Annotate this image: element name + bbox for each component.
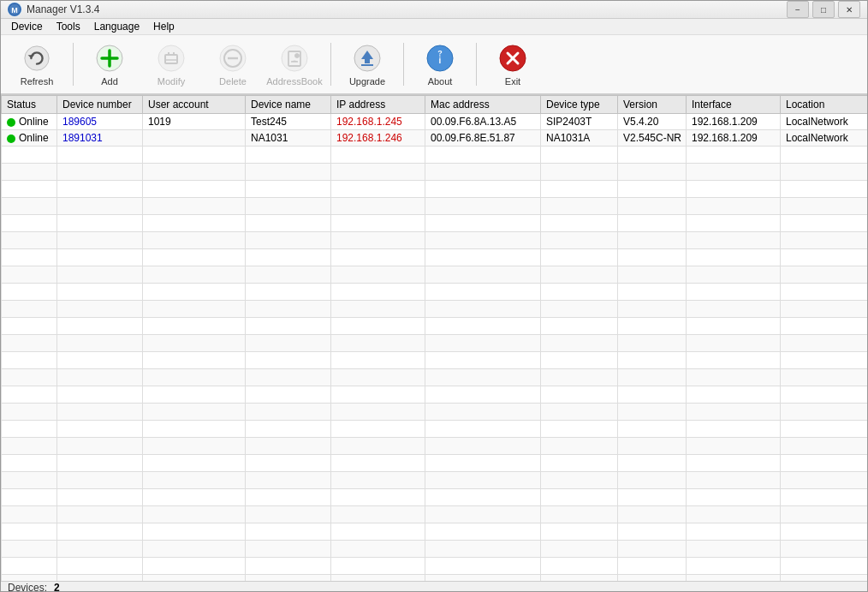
cell-empty: [687, 506, 781, 523]
cell-empty: [425, 421, 541, 438]
cell-empty: [246, 472, 331, 489]
table-row-empty: [2, 558, 868, 575]
table-row[interactable]: Online1896051019Test245192.168.1.24500.0…: [2, 114, 868, 130]
cell-device-number[interactable]: 1891031: [57, 130, 143, 147]
cell-empty: [246, 147, 331, 164]
cell-empty: [143, 352, 246, 369]
cell-device-number[interactable]: 189605: [57, 114, 143, 130]
cell-empty: [246, 266, 331, 284]
cell-empty: [541, 558, 618, 575]
table-row-empty: [2, 352, 868, 369]
table-row-empty: [2, 506, 868, 523]
cell-empty: [143, 215, 246, 232]
cell-empty: [541, 352, 618, 369]
maximize-button[interactable]: □: [812, 1, 835, 18]
cell-empty: [687, 369, 781, 386]
delete-label: Delete: [219, 76, 247, 87]
delete-button[interactable]: Delete: [204, 38, 262, 91]
cell-device-type: NA1031A: [541, 130, 618, 147]
cell-device-name: Test245: [246, 114, 331, 130]
cell-empty: [781, 506, 868, 523]
table-row-empty: [2, 266, 868, 284]
cell-empty: [143, 284, 246, 301]
cell-empty: [541, 455, 618, 472]
cell-empty: [331, 335, 425, 352]
table-row[interactable]: Online1891031NA1031192.168.1.24600.09.F6…: [2, 130, 868, 147]
addressbook-label: AddressBook: [266, 76, 322, 87]
cell-empty: [57, 335, 143, 352]
cell-empty: [331, 215, 425, 232]
cell-empty: [781, 284, 868, 301]
cell-empty: [2, 541, 57, 558]
cell-empty: [781, 164, 868, 181]
cell-empty: [57, 249, 143, 266]
ip-link[interactable]: 192.168.1.246: [336, 132, 402, 144]
cell-empty: [425, 541, 541, 558]
cell-empty: [2, 198, 57, 215]
cell-empty: [687, 438, 781, 455]
sep1: [73, 43, 74, 86]
menu-tools[interactable]: Tools: [50, 19, 87, 34]
cell-empty: [618, 506, 687, 523]
cell-empty: [425, 318, 541, 335]
cell-empty: [246, 438, 331, 455]
table-row-empty: [2, 147, 868, 164]
cell-empty: [2, 147, 57, 164]
cell-empty: [246, 335, 331, 352]
cell-empty: [2, 489, 57, 506]
titlebar: M Manager V1.3.4 − □ ✕: [1, 1, 867, 19]
cell-empty: [246, 164, 331, 181]
close-button[interactable]: ✕: [838, 1, 860, 18]
cell-empty: [2, 369, 57, 386]
cell-empty: [618, 284, 687, 301]
upgrade-button[interactable]: Upgrade: [338, 38, 396, 91]
cell-empty: [541, 523, 618, 541]
cell-empty: [57, 506, 143, 523]
col-device-number: Device number: [57, 96, 143, 114]
cell-empty: [687, 215, 781, 232]
cell-empty: [143, 472, 246, 489]
modify-button[interactable]: Modify: [142, 38, 200, 91]
cell-empty: [781, 198, 868, 215]
cell-empty: [425, 489, 541, 506]
cell-empty: [781, 249, 868, 266]
menu-help[interactable]: Help: [146, 19, 181, 34]
add-button[interactable]: Add: [80, 38, 139, 91]
cell-empty: [781, 318, 868, 335]
table-header: Status Device number User account Device…: [2, 96, 868, 114]
table-row-empty: [2, 472, 868, 489]
cell-empty: [2, 284, 57, 301]
cell-empty: [331, 438, 425, 455]
menu-language[interactable]: Language: [87, 19, 146, 34]
cell-ip-address[interactable]: 192.168.1.246: [331, 130, 425, 147]
menu-device[interactable]: Device: [4, 19, 50, 34]
cell-empty: [57, 164, 143, 181]
cell-empty: [541, 198, 618, 215]
cell-empty: [425, 284, 541, 301]
device-number-link[interactable]: 1891031: [62, 132, 103, 144]
addressbook-button[interactable]: AddressBook: [265, 38, 324, 91]
about-button[interactable]: ? i About: [411, 38, 469, 91]
minimize-button[interactable]: −: [787, 1, 809, 18]
refresh-button[interactable]: Refresh: [8, 38, 66, 91]
device-number-link[interactable]: 189605: [62, 116, 97, 128]
cell-empty: [331, 352, 425, 369]
cell-empty: [541, 506, 618, 523]
cell-empty: [331, 369, 425, 386]
cell-empty: [2, 523, 57, 541]
cell-empty: [331, 472, 425, 489]
cell-empty: [143, 301, 246, 318]
cell-ip-address[interactable]: 192.168.1.245: [331, 114, 425, 130]
device-table-container[interactable]: Status Device number User account Device…: [1, 95, 867, 581]
cell-empty: [618, 266, 687, 284]
cell-empty: [781, 335, 868, 352]
exit-button[interactable]: Exit: [484, 38, 542, 91]
table-row-empty: [2, 575, 868, 582]
cell-empty: [687, 455, 781, 472]
ip-link[interactable]: 192.168.1.245: [336, 116, 402, 128]
modify-label: Modify: [158, 76, 185, 87]
cell-empty: [687, 284, 781, 301]
cell-empty: [618, 335, 687, 352]
svg-text:M: M: [11, 6, 18, 15]
cell-empty: [57, 523, 143, 541]
